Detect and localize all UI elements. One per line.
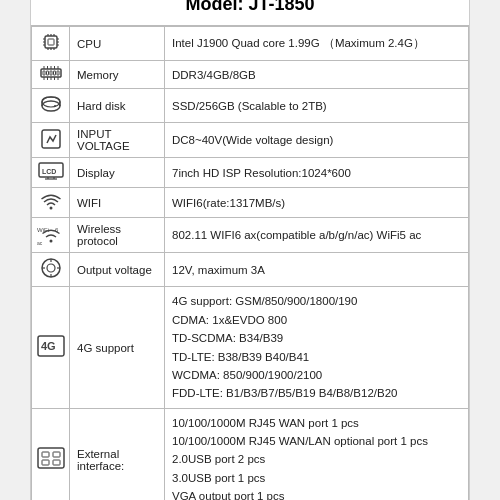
table-row: Hard diskSSD/256GB (Scalable to 2TB) xyxy=(32,89,469,123)
label-cell-cpu: CPU xyxy=(70,27,165,61)
svg-point-39 xyxy=(49,207,52,210)
svg-rect-54 xyxy=(53,452,60,457)
cpu-icon xyxy=(40,42,62,56)
svg-rect-16 xyxy=(46,71,48,75)
label-cell-harddisk: Hard disk xyxy=(70,89,165,123)
svg-rect-19 xyxy=(57,71,59,75)
harddisk-icon xyxy=(40,104,62,118)
label-cell-memory: Memory xyxy=(70,61,165,89)
svg-rect-1 xyxy=(48,39,54,45)
table-row: External interface:10/100/1000M RJ45 WAN… xyxy=(32,408,469,500)
svg-text:ac: ac xyxy=(37,240,43,245)
value-cell-memory: DDR3/4GB/8GB xyxy=(165,61,469,89)
svg-rect-53 xyxy=(42,452,49,457)
svg-rect-15 xyxy=(43,71,45,75)
value-line: 2.0USB port 2 pcs xyxy=(172,453,265,465)
svg-rect-0 xyxy=(45,36,57,48)
label-cell-interface: External interface: xyxy=(70,408,165,500)
interface-icon xyxy=(37,458,65,472)
wifi-icon xyxy=(40,199,62,213)
value-cell-display: 7inch HD ISP Resolution:1024*600 xyxy=(165,158,469,188)
icon-cell-interface xyxy=(32,408,70,500)
svg-rect-17 xyxy=(50,71,52,75)
value-cell-wifi: WIFI6(rate:1317MB/s) xyxy=(165,188,469,218)
label-cell-voltage: INPUT VOLTAGE xyxy=(70,123,165,158)
value-line: WCDMA: 850/900/1900/2100 xyxy=(172,369,322,381)
svg-rect-55 xyxy=(42,460,49,465)
icon-cell-4g: 4G xyxy=(32,287,70,408)
value-line: CDMA: 1x&EVDO 800 xyxy=(172,314,287,326)
icon-cell-voltage xyxy=(32,123,70,158)
value-cell-harddisk: SSD/256GB (Scalable to 2TB) xyxy=(165,89,469,123)
value-line: TD-LTE: B38/B39 B40/B41 xyxy=(172,351,309,363)
icon-cell-harddisk xyxy=(32,89,70,123)
label-cell-outputv: Output voltage xyxy=(70,253,165,287)
icon-cell-display: LCD xyxy=(32,158,70,188)
table-row: WIFIWIFI6(rate:1317MB/s) xyxy=(32,188,469,218)
outputv-icon xyxy=(40,268,62,282)
table-row: INPUT VOLTAGEDC8~40V(Wide voltage design… xyxy=(32,123,469,158)
table-row: MemoryDDR3/4GB/8GB xyxy=(32,61,469,89)
label-cell-4g: 4G support xyxy=(70,287,165,408)
value-line: VGA output port 1 pcs xyxy=(172,490,285,500)
table-row: Output voltage12V, maximum 3A xyxy=(32,253,469,287)
model-title: Model: JT-1850 xyxy=(31,0,469,26)
voltage-icon xyxy=(40,139,62,153)
icon-cell-cpu xyxy=(32,27,70,61)
4g-icon: 4G xyxy=(37,346,65,360)
label-cell-display: Display xyxy=(70,158,165,188)
table-row: WiFi 6 ac Wireless protocol802.11 WIFI6 … xyxy=(32,218,469,253)
icon-cell-memory xyxy=(32,61,70,89)
value-cell-interface: 10/100/1000M RJ45 WAN port 1 pcs10/100/1… xyxy=(165,408,469,500)
svg-rect-14 xyxy=(41,69,61,77)
svg-text:LCD: LCD xyxy=(42,168,56,175)
value-cell-4g: 4G support: GSM/850/900/1800/190CDMA: 1x… xyxy=(165,287,469,408)
value-line: 10/100/1000M RJ45 WAN/LAN optional port … xyxy=(172,435,428,447)
svg-point-32 xyxy=(54,105,56,107)
value-cell-cpu: Intel J1900 Quad core 1.99G （Maximum 2.4… xyxy=(165,27,469,61)
value-line: FDD-LTE: B1/B3/B7/B5/B19 B4/B8/B12/B20 xyxy=(172,387,397,399)
table-row: 4G 4G support4G support: GSM/850/900/180… xyxy=(32,287,469,408)
icon-cell-outputv xyxy=(32,253,70,287)
svg-text:WiFi: WiFi xyxy=(37,227,49,233)
table-row: CPUIntel J1900 Quad core 1.99G （Maximum … xyxy=(32,27,469,61)
icon-cell-wireless: WiFi 6 ac xyxy=(32,218,70,253)
memory-icon xyxy=(40,70,62,84)
wireless-icon: WiFi 6 ac xyxy=(37,234,65,248)
value-cell-voltage: DC8~40V(Wide voltage design) xyxy=(165,123,469,158)
value-line: 10/100/1000M RJ45 WAN port 1 pcs xyxy=(172,417,359,429)
spec-table: CPUIntel J1900 Quad core 1.99G （Maximum … xyxy=(31,26,469,500)
svg-point-40 xyxy=(49,239,52,242)
svg-point-45 xyxy=(47,264,55,272)
value-cell-outputv: 12V, maximum 3A xyxy=(165,253,469,287)
label-cell-wireless: Wireless protocol xyxy=(70,218,165,253)
svg-text:4G: 4G xyxy=(41,340,56,352)
value-cell-wireless: 802.11 WIFI6 ax(compatible a/b/g/n/ac) W… xyxy=(165,218,469,253)
svg-rect-18 xyxy=(53,71,55,75)
value-line: 3.0USB port 1 pcs xyxy=(172,472,265,484)
svg-rect-56 xyxy=(53,460,60,465)
icon-cell-wifi xyxy=(32,188,70,218)
label-cell-wifi: WIFI xyxy=(70,188,165,218)
value-line: 4G support: GSM/850/900/1800/190 xyxy=(172,295,357,307)
value-line: TD-SCDMA: B34/B39 xyxy=(172,332,283,344)
display-icon: LCD xyxy=(38,169,64,183)
spec-card: Model: JT-1850 CPUIntel J1900 Quad core … xyxy=(30,0,470,500)
table-row: LCD Display7inch HD ISP Resolution:1024*… xyxy=(32,158,469,188)
